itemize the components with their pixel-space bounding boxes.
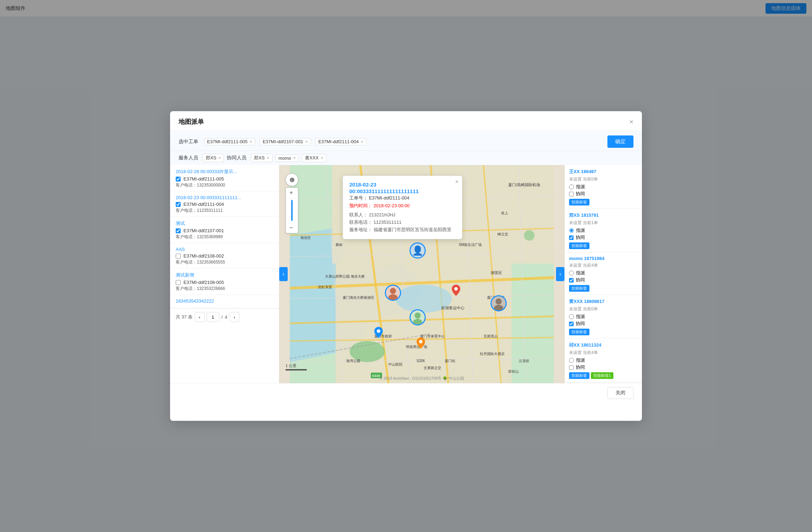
skill-tag-5b: 技能标签1 [591, 372, 613, 379]
filter-row-2: 服务人员 郑XS × 协同人员 郑XS × momo × 黄XXX × [170, 151, 642, 165]
tag-collab-3: 黄XXX × [302, 154, 326, 162]
work-item-checkbox-5[interactable] [176, 280, 181, 285]
close-button[interactable]: 关闭 [607, 387, 633, 399]
tag-collab-1: 郑XS × [251, 154, 272, 162]
svg-text:牡丹国际大酒店: 牡丹国际大酒店 [480, 352, 505, 356]
confirm-button[interactable]: 确定 [607, 135, 633, 148]
map-marker-orange[interactable] [417, 337, 425, 350]
work-item-title-1[interactable]: 2018-02-28 00:00333许显示... [176, 169, 273, 175]
map-pin-2[interactable] [385, 285, 401, 301]
map-nav-left-button[interactable]: ‹ [279, 267, 288, 281]
svg-text:蔡岭: 蔡岭 [336, 243, 343, 247]
staff-collab-check-4[interactable] [569, 322, 574, 326]
staff-collab-check-3[interactable] [569, 278, 574, 283]
svg-point-57 [414, 312, 420, 318]
service-staff-label: 服务人员 [179, 155, 198, 161]
staff-assign-radio-3[interactable] [569, 271, 574, 276]
work-item-checkbox-4[interactable] [176, 254, 181, 259]
tag-close-collab-2[interactable]: × [293, 156, 296, 160]
svg-point-25 [524, 230, 535, 241]
work-item-title-2[interactable]: 2018-02-23 00:003331111111... [176, 195, 273, 200]
staff-item-2: 郑XS 1815791 未设置 当前1单 指派 协同 技能标签 [565, 209, 642, 252]
staff-collab-check-1[interactable] [569, 192, 574, 196]
work-item-title-6[interactable]: 183453543342222 [176, 298, 273, 304]
popup-time: 00:003331111111111111111 [349, 188, 456, 194]
tag-close-1[interactable]: × [250, 139, 252, 144]
staff-item-1: 王XX 186497 未设置 当前0单 指派 协同 技能标签 [565, 165, 642, 209]
staff-collab-check-5[interactable] [569, 365, 574, 370]
popup-contact-value: 213221HJHJ [369, 212, 395, 217]
zoom-out-button[interactable]: − [286, 222, 296, 233]
popup-close-button[interactable]: × [455, 179, 458, 185]
popup-address-label: 服务地址： [349, 227, 372, 232]
assign-label-4: 指派 [576, 314, 585, 320]
map-copyright: © 2018 AutoNavi · GS(2018)1709号 🌳 中山公园 [380, 376, 464, 380]
skill-tag-5a: 技能标签 [569, 372, 589, 379]
svg-text:崎立交: 崎立交 [498, 232, 508, 236]
work-item-title-5[interactable]: 测试新增 [176, 272, 273, 278]
work-item-checkbox-1[interactable] [176, 177, 181, 182]
work-item-3: 测试 E37MI-ddf2107-001 客户电话：13235369999 [170, 217, 279, 243]
scale-label: 1 公里 [286, 363, 296, 368]
work-item-checkbox-2[interactable] [176, 202, 181, 207]
svg-text:碧岩山: 碧岩山 [508, 369, 519, 373]
work-item-checkbox-3[interactable] [176, 228, 181, 233]
map-pin-1[interactable]: 👤 [410, 242, 426, 259]
tag-close-collab-1[interactable]: × [267, 156, 269, 160]
work-item-title-4[interactable]: AAS [176, 247, 273, 252]
tag-service-staff: 郑XS × [202, 154, 224, 162]
popup-appoint-value: 2018-02-23 00:00 [374, 203, 410, 208]
tag-close-collab-3[interactable]: × [321, 156, 323, 160]
staff-assign-radio-5[interactable] [569, 358, 574, 363]
popup-contact-row: 联系人： 213221HJHJ [349, 212, 456, 218]
map-nav-right-button[interactable]: › [556, 267, 564, 281]
popup-work-order-row: 工单号： E37MI-ddf2111-004 [349, 195, 456, 201]
popup-date: 2018-02-23 [349, 182, 456, 188]
collab-staff-label: 协同人员 [227, 155, 246, 161]
map-scale: 1 公里 [286, 363, 307, 370]
popup-appoint-label: 预约时间： [349, 203, 372, 208]
map-pin-3[interactable] [410, 309, 426, 325]
svg-point-58 [413, 319, 422, 325]
map-controls: ⊕ + − [286, 173, 298, 233]
tag-close-2[interactable]: × [305, 139, 308, 144]
tag-close-service[interactable]: × [218, 156, 221, 160]
next-page-btn[interactable]: › [230, 312, 239, 322]
tag-close-3[interactable]: × [361, 139, 363, 144]
staff-collab-check-2[interactable] [569, 235, 574, 240]
compass-icon[interactable]: ⊕ [286, 173, 298, 186]
svg-text:文屏路立交: 文屏路立交 [424, 366, 441, 370]
zoom-in-button[interactable]: + [286, 188, 296, 198]
right-panel: 王XX 186497 未设置 当前0单 指派 协同 技能标签 郑XS 18157… [564, 165, 642, 383]
map-pin-4[interactable] [491, 295, 507, 315]
modal-title: 地图派单 [179, 118, 204, 126]
map-marker-red[interactable] [452, 285, 460, 297]
staff-name-3: momo 18751984 [569, 256, 638, 261]
skill-tag-4: 技能标签 [569, 329, 589, 335]
tag-collab-2: momo × [275, 154, 299, 162]
right-pagination: 共 20 条 ‹ / 2 › [565, 382, 642, 383]
staff-name-2: 郑XS 1815791 [569, 212, 638, 218]
popup-work-order-label: 工单号： [349, 195, 368, 201]
staff-assign-radio-2[interactable] [569, 228, 574, 233]
zoom-group: + − [286, 188, 298, 233]
staff-status-2: 未设置 当前1单 [569, 220, 638, 226]
staff-assign-radio-1[interactable] [569, 184, 574, 189]
svg-text:云顶岩: 云顶岩 [519, 359, 529, 363]
page-input[interactable] [207, 312, 219, 322]
staff-status-4: 未设置 当前0单 [569, 306, 638, 312]
collab-label-3: 协同 [576, 277, 585, 283]
work-item-5: 测试新增 E37MI-ddf2108-005 客户电话：132353226666 [170, 268, 279, 295]
staff-item-5: 邱XX 18611324 未设置 当前4单 指派 协同 技能标签 技能标签1 [565, 338, 642, 382]
skill-tag-2: 技能标签 [569, 242, 589, 249]
staff-assign-radio-4[interactable] [569, 314, 574, 319]
svg-point-56 [388, 294, 398, 300]
popup-appoint-row: 预约时间： 2018-02-23 00:00 [349, 203, 456, 209]
work-item-title-3[interactable]: 测试 [176, 220, 273, 227]
map-area: 厦门/高崎国际机场 枋湖客运中心 湖里区 SM新生活广场 厦门中医院 厦门市体育… [279, 165, 564, 383]
prev-page-btn[interactable]: ‹ [195, 312, 205, 322]
staff-status-5: 未设置 当前4单 [569, 350, 638, 356]
map-marker-blue[interactable] [374, 327, 383, 340]
modal-close-button[interactable]: × [629, 118, 633, 125]
work-item-phone-3: 客户电话：13235369999 [176, 234, 273, 240]
